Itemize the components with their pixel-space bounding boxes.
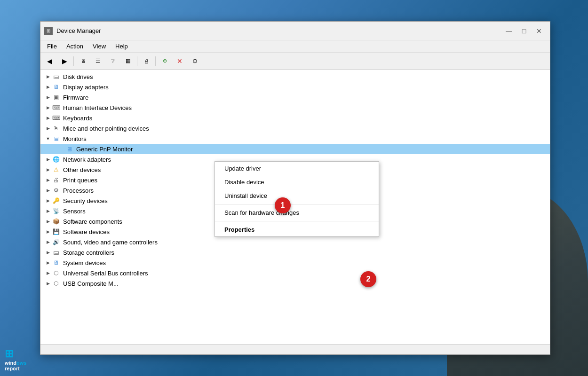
minimize-button[interactable]: —: [502, 24, 516, 38]
expand-arrow-usb: ▶: [44, 269, 52, 277]
icon-software-devices: 💾: [52, 227, 60, 236]
back-button[interactable]: ◀: [42, 55, 56, 68]
expand-arrow-display: ▶: [44, 83, 52, 91]
expand-arrow-sound: ▶: [44, 238, 52, 246]
tree-item-display-adapters[interactable]: ▶ 🖥 Display adapters: [40, 82, 550, 92]
label-usb-composite: USB Composite M...: [63, 280, 119, 287]
computer-view-button[interactable]: 🖥: [76, 55, 90, 68]
update-button[interactable]: ⊙: [188, 55, 202, 68]
expand-arrow-sensors: ▶: [44, 207, 52, 215]
label-network-adapters: Network adapters: [63, 156, 111, 163]
icon-security-devices: 🔑: [52, 196, 60, 205]
menu-file[interactable]: File: [42, 42, 62, 51]
label-storage-controllers: Storage controllers: [63, 249, 114, 256]
tree-item-sound[interactable]: ▶ 🔊 Sound, video and game controllers: [40, 237, 550, 247]
expand-arrow-monitors: ▼: [44, 135, 52, 142]
toolbar-sep-1: [73, 56, 74, 66]
print-button[interactable]: 🖨: [139, 55, 153, 68]
label-processors: Processors: [63, 187, 94, 194]
expand-arrow-sw-comp: ▶: [44, 218, 52, 225]
tree-item-mice[interactable]: ▶ 🖱 Mice and other pointing devices: [40, 123, 550, 133]
icon-print-queues: 🖨: [52, 176, 60, 184]
expand-arrow-usb-comp: ▶: [44, 280, 52, 287]
tree-item-firmware[interactable]: ▶ ▣ Firmware: [40, 92, 550, 102]
label-disk-drives: Disk drives: [63, 73, 93, 80]
expand-arrow-security: ▶: [44, 197, 52, 204]
window-controls: — □ ✕: [502, 24, 546, 38]
tree-item-generic-pnp[interactable]: ▶ 🖥 Generic PnP Monitor: [40, 144, 550, 154]
menu-bar: File Action View Help: [40, 40, 550, 53]
tree-item-system-devices[interactable]: ▶ 🖥 System devices: [40, 258, 550, 268]
label-mice: Mice and other pointing devices: [63, 125, 149, 132]
icon-disk-drives: 🖴: [52, 72, 60, 81]
label-software-components: Software components: [63, 218, 122, 225]
menu-help[interactable]: Help: [111, 42, 133, 51]
expand-arrow-network: ▶: [44, 156, 52, 163]
tree-item-storage-controllers[interactable]: ▶ 🖴 Storage controllers: [40, 247, 550, 258]
icon-display-adapters: 🖥: [52, 83, 60, 91]
ctx-properties[interactable]: Properties: [215, 223, 379, 236]
ctx-uninstall-device[interactable]: Uninstall device: [215, 189, 379, 203]
expand-arrow-sw-dev: ▶: [44, 228, 52, 235]
help-button[interactable]: ?: [106, 55, 120, 68]
label-security-devices: Security devices: [63, 197, 108, 204]
remove-button[interactable]: ✕: [173, 55, 187, 68]
icon-hid: ⌨: [52, 103, 60, 112]
expand-arrow-processors: ▶: [44, 187, 52, 194]
expand-arrow-firmware: ▶: [44, 94, 52, 101]
add-driver-button[interactable]: ⊕: [158, 55, 172, 68]
icon-mice: 🖱: [52, 124, 60, 133]
icon-usb-composite: ⬡: [52, 279, 60, 288]
close-button[interactable]: ✕: [532, 24, 546, 38]
tree-item-monitors[interactable]: ▼ 🖥 Monitors: [40, 133, 550, 144]
icon-generic-pnp: 🖥: [65, 145, 73, 153]
tree-item-usb-controllers[interactable]: ▶ ⬡ Universal Serial Bus controllers: [40, 268, 550, 278]
label-hid: Human Interface Devices: [63, 104, 132, 111]
expand-arrow-mice: ▶: [44, 125, 52, 132]
window-title: Device Manager: [56, 27, 502, 34]
tree-item-keyboards[interactable]: ▶ ⌨ Keyboards: [40, 113, 550, 123]
list-view-button[interactable]: ☰: [91, 55, 105, 68]
icon-processors: ⚙: [52, 186, 60, 195]
label-other-devices: Other devices: [63, 166, 101, 173]
icon-usb-controllers: ⬡: [52, 269, 60, 277]
expand-arrow-other: ▶: [44, 166, 52, 173]
label-keyboards: Keyboards: [63, 115, 92, 122]
ctx-sep-1: [215, 204, 379, 204]
label-usb-controllers: Universal Serial Bus controllers: [63, 270, 148, 277]
menu-view[interactable]: View: [88, 42, 111, 51]
icon-firmware: ▣: [52, 93, 60, 102]
device-manager-button[interactable]: ▦: [121, 55, 135, 68]
expand-arrow-storage: ▶: [44, 249, 52, 256]
status-bar: [40, 344, 550, 354]
ctx-update-driver[interactable]: Update driver: [215, 162, 379, 175]
expand-arrow-hid: ▶: [44, 104, 52, 111]
expand-arrow-print: ▶: [44, 176, 52, 184]
forward-button[interactable]: ▶: [57, 55, 72, 68]
ctx-sep-2: [215, 221, 379, 221]
ctx-disable-device[interactable]: Disable device: [215, 175, 379, 189]
icon-sound: 🔊: [52, 238, 60, 246]
label-sensors: Sensors: [63, 208, 86, 215]
tree-item-disk-drives[interactable]: ▶ 🖴 Disk drives: [40, 71, 550, 82]
menu-action[interactable]: Action: [62, 42, 88, 51]
toolbar: ◀ ▶ 🖥 ☰ ? ▦ 🖨 ⊕ ✕ ⊙: [40, 53, 550, 70]
tree-item-hid[interactable]: ▶ ⌨ Human Interface Devices: [40, 102, 550, 113]
label-system-devices: System devices: [63, 259, 106, 266]
icon-sensors: 📡: [52, 207, 60, 215]
label-software-devices: Software devices: [63, 228, 110, 235]
ctx-scan-hardware[interactable]: Scan for hardware changes: [215, 206, 379, 219]
label-monitors: Monitors: [63, 135, 87, 142]
expand-arrow-system: ▶: [44, 259, 52, 266]
icon-software-components: 📦: [52, 217, 60, 226]
icon-keyboards: ⌨: [52, 114, 60, 122]
maximize-button[interactable]: □: [517, 24, 531, 38]
icon-other-devices: ⚠: [52, 165, 60, 174]
label-print-queues: Print queues: [63, 177, 97, 184]
tree-item-usb-composite[interactable]: ▶ ⬡ USB Composite M...: [40, 278, 550, 289]
annotation-2: 2: [360, 271, 376, 287]
windows-report-logo: ⊞ windowsreport: [5, 348, 26, 371]
expand-arrow-disk: ▶: [44, 73, 52, 80]
app-icon: ⊞: [44, 27, 53, 35]
main-content: ▶ 🖴 Disk drives ▶ 🖥 Display adapters ▶ ▣…: [40, 70, 550, 344]
